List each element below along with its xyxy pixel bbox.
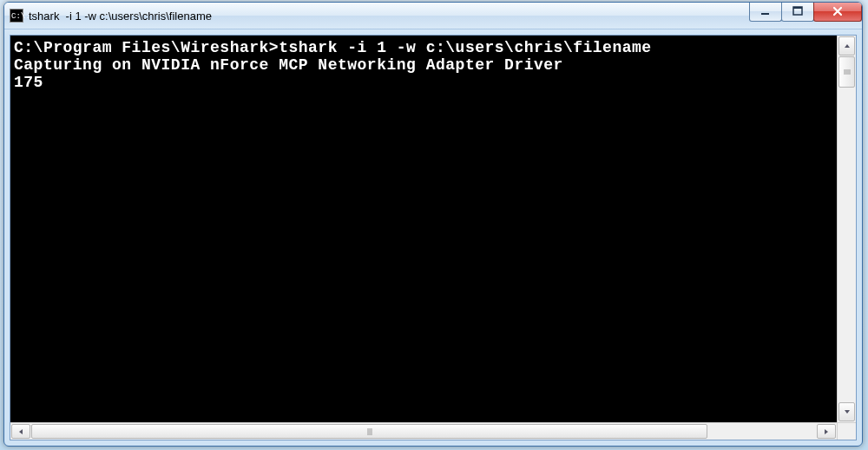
svg-rect-0 — [761, 13, 769, 15]
chevron-right-icon — [824, 428, 829, 435]
chevron-up-icon — [844, 43, 851, 49]
terminal-line: C:\Program Files\Wireshark>tshark -i 1 -… — [14, 39, 652, 56]
scrollbar-corner — [837, 422, 856, 440]
horizontal-scrollbar-thumb[interactable] — [31, 424, 707, 439]
client-area: C:\Program Files\Wireshark>tshark -i 1 -… — [10, 35, 857, 440]
minimize-button[interactable] — [749, 2, 782, 22]
titlebar[interactable]: C:\. tshark -i 1 -w c:\users\chris\filen… — [4, 3, 862, 29]
minimize-icon — [760, 6, 771, 16]
chevron-down-icon — [844, 409, 851, 414]
horizontal-scrollbar-track[interactable] — [31, 423, 816, 440]
maximize-icon — [792, 6, 803, 16]
terminal-line: Capturing on NVIDIA nForce MCP Networkin… — [14, 56, 563, 74]
vertical-scrollbar-track[interactable] — [838, 56, 856, 401]
cmd-prompt-icon: C:\. — [10, 9, 23, 23]
terminal-line: 175 — [14, 74, 43, 91]
terminal-output[interactable]: C:\Program Files\Wireshark>tshark -i 1 -… — [10, 36, 837, 422]
svg-rect-2 — [793, 7, 802, 9]
horizontal-scrollbar[interactable] — [10, 422, 837, 440]
close-button[interactable] — [813, 2, 862, 22]
chevron-left-icon — [18, 428, 23, 435]
close-icon — [832, 5, 844, 17]
scroll-up-button[interactable] — [838, 36, 855, 55]
window-caption-buttons — [750, 2, 862, 21]
scroll-right-button[interactable] — [817, 424, 836, 439]
vertical-scrollbar[interactable] — [837, 36, 856, 422]
window-title: tshark -i 1 -w c:\users\chris\filename — [29, 10, 212, 23]
cmd-window: C:\. tshark -i 1 -w c:\users\chris\filen… — [3, 2, 863, 447]
vertical-scrollbar-thumb[interactable] — [838, 56, 855, 88]
scroll-down-button[interactable] — [838, 402, 855, 421]
maximize-button[interactable] — [781, 2, 814, 22]
scroll-left-button[interactable] — [11, 424, 30, 439]
